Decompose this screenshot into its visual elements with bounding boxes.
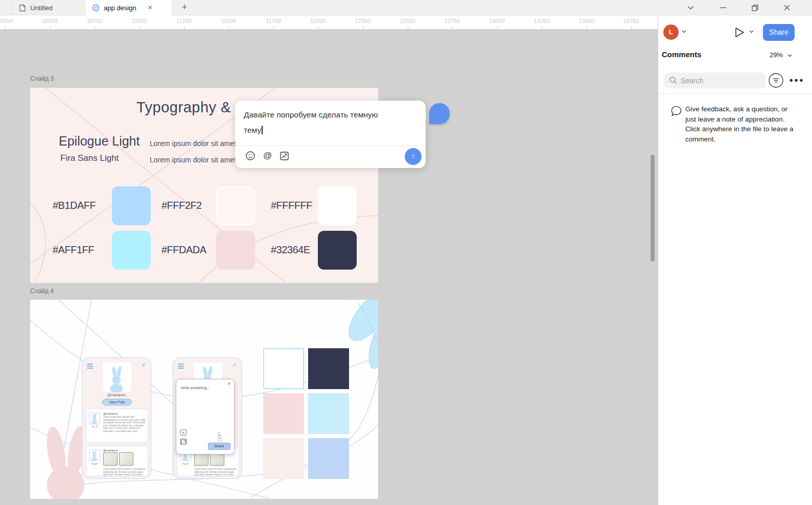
comments-panel-title: Comments <box>662 50 702 59</box>
figma-app-window: Untitled app design ✕ + 1025010500107501… <box>0 0 812 505</box>
comments-filter-button[interactable] <box>769 73 783 88</box>
zoom-level-control[interactable]: 29% <box>770 51 792 59</box>
ruler-label: 12500 <box>400 18 415 24</box>
post-photo <box>103 452 118 466</box>
window-restore-icon[interactable] <box>749 2 760 13</box>
color-swatch <box>112 231 151 270</box>
tab-close-icon[interactable]: ✕ <box>148 4 153 11</box>
home-segment[interactable] <box>0 0 13 15</box>
panel-divider <box>658 93 812 94</box>
present-chevron-icon[interactable] <box>749 30 754 33</box>
comments-more-button[interactable]: ●●● <box>788 73 805 88</box>
window-menu-chevron-icon[interactable] <box>685 2 696 13</box>
user-avatar[interactable]: L <box>663 25 679 40</box>
ruler-label: 13750 <box>623 18 639 24</box>
color-swatch <box>318 231 357 270</box>
tab-app-design-label: app design <box>104 4 136 12</box>
edit-icon <box>142 362 147 368</box>
ruler-tick <box>184 26 184 29</box>
tab-app-design[interactable]: app design ✕ <box>86 0 171 15</box>
color-hex-label: #32364E <box>271 244 310 256</box>
tab-untitled-label: Untitled <box>30 4 53 12</box>
tab-untitled[interactable]: Untitled <box>13 0 86 15</box>
ruler-tick <box>408 26 408 29</box>
ruler-label: 12000 <box>310 18 326 24</box>
ruler-tick <box>497 26 498 29</box>
comments-panel: L Share Comments 29% ●●● Give feedback, … <box>658 15 812 505</box>
emoji-icon[interactable] <box>246 151 255 160</box>
font-sample-primary: Epilogue Light <box>59 134 140 149</box>
mention-icon[interactable]: @ <box>263 151 272 161</box>
color-swatch <box>263 348 304 389</box>
ruler-label: 10250 <box>0 18 13 24</box>
color-hex-label: #FFFFFF <box>271 200 312 211</box>
post-author: @mariamm <box>103 412 118 415</box>
comment-popup[interactable]: Давайте попробуем сделать темную тему @ … <box>235 101 426 168</box>
slide4-frame[interactable]: @mariamm New Post Jun 11 @mariamm Donec … <box>30 300 378 499</box>
slide3-label[interactable]: Слайд 3 <box>30 75 54 82</box>
font-sample-secondary: Fira Sans Light <box>60 153 119 163</box>
post-text: Donec quam felis, ultricies nec, pellent… <box>103 416 146 433</box>
post-date: Aug 8 <box>89 463 100 465</box>
popup-divider <box>235 146 426 146</box>
profile-avatar <box>103 363 131 392</box>
edit-icon <box>233 362 238 368</box>
ruler-tick <box>50 26 51 29</box>
tab-bar: Untitled app design ✕ + <box>0 0 812 15</box>
lorem-sample-secondary: Lorem ipsum dolor sit amet <box>150 156 236 164</box>
window-minimize-icon[interactable] <box>717 2 729 13</box>
ruler-label: 13000 <box>489 18 505 24</box>
profile-username: @mariamm <box>82 393 151 397</box>
ruler-label: 11500 <box>221 18 237 24</box>
share-button[interactable]: Share <box>763 24 795 41</box>
search-input[interactable] <box>681 73 762 88</box>
file-icon <box>19 4 26 12</box>
color-swatch <box>308 348 349 389</box>
ruler-label: 13250 <box>534 18 550 24</box>
color-swatch <box>263 393 304 434</box>
post-card: Jun 11 @mariamm Donec quam felis, ultric… <box>86 408 148 443</box>
comments-search[interactable] <box>664 73 765 88</box>
new-tab-button[interactable]: + <box>178 1 191 14</box>
comment-input[interactable]: Давайте попробуем сделать темную тему <box>244 107 393 138</box>
comment-submit-button[interactable]: ↑ <box>405 148 422 165</box>
ruler-label: 11750 <box>266 18 281 24</box>
attach-image-icon[interactable] <box>280 152 289 160</box>
ruler-label: 12250 <box>355 18 371 24</box>
color-swatch <box>318 186 357 225</box>
lorem-sample-primary: Lorem ipsum dolor sit amet <box>150 139 236 148</box>
menu-icon <box>87 364 93 370</box>
post-date: Jun 11 <box>89 425 100 428</box>
modal-placeholder: Write something... <box>181 386 210 390</box>
present-play-button[interactable] <box>734 27 745 38</box>
color-swatch <box>216 231 255 270</box>
modal-close-icon: ✕ <box>227 381 231 386</box>
window-close-icon[interactable] <box>781 2 793 13</box>
slide4-label[interactable]: Слайд 4 <box>30 287 54 295</box>
ruler-label: 10500 <box>42 18 58 24</box>
avatar-chevron-icon[interactable] <box>682 30 686 33</box>
text-caret <box>262 126 263 134</box>
ruler-tick <box>273 26 274 29</box>
ruler-tick <box>452 26 453 29</box>
post-photo <box>119 452 133 466</box>
ruler-tick <box>542 26 542 29</box>
vertical-scrollbar[interactable] <box>651 155 655 261</box>
post-date: Aug 8 <box>180 463 191 465</box>
comment-bubble-icon <box>670 105 682 117</box>
ruler-tick <box>631 26 632 29</box>
ruler: 1025010500107501100011250115001175012000… <box>0 15 658 29</box>
color-swatch <box>308 438 349 479</box>
canvas[interactable]: Слайд 3 Typography & Colors Epilogue Lig… <box>0 29 658 505</box>
post-card: Aug 8 @mariamm Lorem ipsum dolor sit ame… <box>86 446 148 476</box>
hashtag-icon: # <box>180 429 187 436</box>
bunny-doodle <box>216 431 224 442</box>
comments-empty-hint: Give feedback, ask a question, or just l… <box>685 104 798 145</box>
menu-icon <box>178 364 184 370</box>
phone-mockup-1: @mariamm New Post Jun 11 @mariamm Donec … <box>82 357 151 479</box>
comment-pin[interactable] <box>429 103 450 124</box>
ruler-label: 13500 <box>578 18 594 24</box>
image-icon <box>180 439 187 445</box>
ruler-tick <box>140 26 140 29</box>
color-swatch <box>263 438 304 479</box>
